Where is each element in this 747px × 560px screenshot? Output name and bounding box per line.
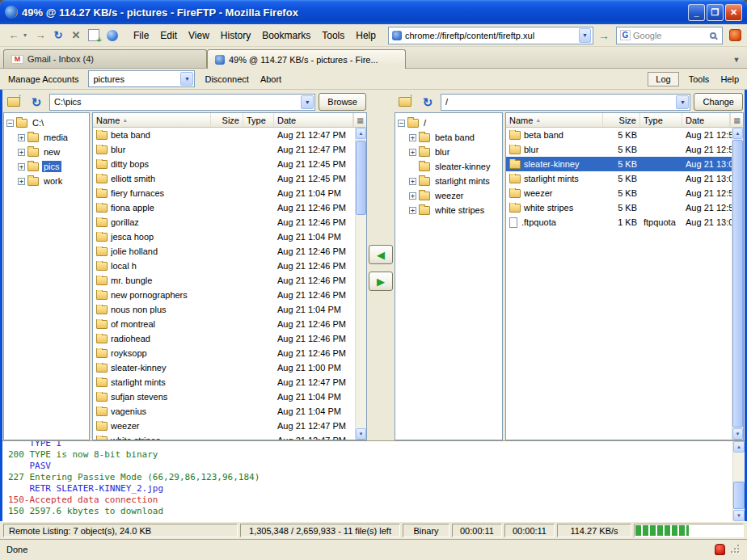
menu-bookmarks[interactable]: Bookmarks — [256, 27, 316, 44]
local-tree-item[interactable]: +work — [4, 174, 89, 188]
manage-accounts-button[interactable]: Manage Accounts — [6, 73, 80, 86]
local-refresh-button[interactable]: ↻ — [27, 93, 46, 111]
search-magnifier-icon[interactable] — [710, 32, 716, 39]
menu-tools[interactable]: Tools — [316, 27, 350, 44]
remote-file-row[interactable]: blur5 KBAug 21 12:51 — [506, 142, 732, 157]
change-button[interactable]: Change — [694, 93, 743, 111]
scroll-down-icon[interactable]: ▼ — [732, 428, 743, 440]
remote-file-row[interactable]: starlight mints5 KBAug 21 13:06 — [506, 171, 732, 186]
local-file-row[interactable]: elliott smithAug 21 12:45 PM — [93, 171, 355, 186]
remote-tree-item[interactable]: +weezer — [395, 188, 502, 203]
remote-file-row[interactable]: sleater-kinney5 KBAug 21 13:02 — [506, 157, 732, 171]
account-select[interactable]: pictures ▼ — [88, 70, 195, 87]
forward-icon[interactable]: → — [32, 27, 49, 44]
local-file-row[interactable]: blurAug 21 12:47 PM — [93, 142, 355, 157]
expand-icon[interactable]: + — [409, 192, 416, 200]
local-list-scrollbar[interactable]: ▲ ▼ — [355, 128, 366, 440]
search-input[interactable] — [633, 31, 707, 40]
tab-fireftp[interactable]: 49% @ 114.27 KB/s - pictures - Fire... — [207, 49, 406, 69]
upload-button[interactable]: ▶ — [369, 272, 393, 291]
remote-tree-item[interactable]: sleater-kinney — [395, 159, 502, 174]
local-file-row[interactable]: white stripesAug 21 12:47 PM — [93, 433, 355, 440]
menu-edit[interactable]: Edit — [154, 27, 183, 44]
remote-tree-item[interactable]: +blur — [395, 145, 502, 159]
local-file-row[interactable]: weezerAug 21 12:47 PM — [93, 419, 355, 433]
chevron-down-icon[interactable]: ▼ — [676, 95, 689, 109]
column-header-size[interactable]: Size — [211, 113, 243, 127]
log-scrollbar[interactable]: ▲ ▼ — [732, 441, 745, 521]
local-path-select[interactable]: C:\pics ▼ — [49, 94, 315, 111]
scrollbar-thumb[interactable] — [356, 141, 366, 215]
expand-icon[interactable]: + — [18, 149, 25, 156]
local-file-row[interactable]: starlight mintsAug 21 12:47 PM — [93, 375, 355, 389]
google-engine-icon[interactable]: G — [620, 30, 631, 40]
remote-file-row[interactable]: beta band5 KBAug 21 12:51 — [506, 128, 732, 142]
scrollbar-track[interactable] — [732, 139, 743, 428]
abort-button[interactable]: Abort — [259, 73, 283, 86]
local-file-row[interactable]: jolie hollandAug 21 12:46 PM — [93, 244, 355, 259]
maximize-button[interactable]: ❐ — [707, 4, 724, 21]
url-input[interactable] — [405, 31, 576, 40]
expand-icon[interactable]: + — [18, 178, 25, 185]
column-header-size[interactable]: Size — [603, 113, 640, 127]
menu-help[interactable]: Help — [350, 27, 382, 44]
local-tree-item[interactable]: +new — [4, 145, 89, 159]
local-file-row[interactable]: nous non plusAug 21 1:04 PM — [93, 302, 355, 317]
remote-tree-item[interactable]: +white stripes — [395, 203, 502, 217]
local-file-row[interactable]: radioheadAug 21 12:46 PM — [93, 331, 355, 346]
column-header-type[interactable]: Type — [243, 113, 274, 127]
menu-file[interactable]: File — [128, 27, 154, 44]
help-menu-button[interactable]: Help — [719, 73, 741, 86]
reload-icon[interactable]: ↻ — [50, 27, 66, 44]
statusbar-extension-icon[interactable] — [715, 544, 725, 555]
menu-view[interactable]: View — [183, 27, 215, 44]
scroll-up-icon[interactable]: ▲ — [733, 441, 745, 453]
scrollbar-track[interactable] — [356, 139, 366, 428]
browse-button[interactable]: Browse — [319, 93, 366, 111]
local-tree-item[interactable]: +pics — [4, 159, 89, 174]
remote-up-directory-button[interactable] — [395, 93, 415, 111]
local-file-row[interactable]: local hAug 21 12:46 PM — [93, 259, 355, 273]
expand-icon[interactable]: + — [18, 134, 25, 141]
back-history-dropdown-icon[interactable]: ▾ — [23, 32, 31, 39]
back-icon[interactable]: ← — [6, 27, 22, 44]
expand-icon[interactable]: + — [409, 207, 416, 214]
stop-icon[interactable]: ✕ — [68, 27, 84, 44]
remote-tree-item[interactable]: +beta band — [395, 130, 502, 145]
collapse-icon[interactable]: − — [398, 120, 405, 127]
scroll-down-icon[interactable]: ▼ — [733, 510, 745, 521]
scroll-down-icon[interactable]: ▼ — [356, 428, 366, 440]
menu-history[interactable]: History — [215, 27, 256, 44]
collapse-icon[interactable]: − — [6, 120, 14, 127]
remote-file-row[interactable]: .ftpquota1 KBftpquotaAug 21 13:06 — [506, 215, 732, 229]
local-file-row[interactable]: sleater-kinneyAug 21 1:00 PM — [93, 360, 355, 375]
column-header-type[interactable]: Type — [640, 113, 682, 127]
local-file-row[interactable]: jesca hoopAug 21 1:04 PM — [93, 229, 355, 244]
local-file-row[interactable]: royksoppAug 21 12:46 PM — [93, 346, 355, 360]
tab-list-dropdown-icon[interactable]: ▼ — [729, 52, 744, 68]
expand-icon[interactable]: + — [409, 178, 416, 185]
expand-icon[interactable]: + — [18, 163, 25, 171]
chevron-down-icon[interactable]: ▼ — [301, 95, 314, 109]
local-file-row[interactable]: fiery furnacesAug 21 1:04 PM — [93, 186, 355, 200]
remote-tree-item[interactable]: +starlight mints — [395, 174, 502, 188]
log-toggle-button[interactable]: Log — [648, 72, 678, 86]
remote-file-row[interactable]: weezer5 KBAug 21 12:54 — [506, 186, 732, 200]
expand-icon[interactable]: + — [409, 149, 416, 156]
local-tree-item[interactable]: −C:\ — [4, 116, 89, 130]
local-file-row[interactable]: fiona appleAug 21 12:46 PM — [93, 200, 355, 215]
column-header-name[interactable]: Name▲ — [506, 113, 603, 127]
extension-icon[interactable] — [729, 29, 741, 41]
remote-path-select[interactable]: / ▼ — [441, 94, 690, 111]
scrollbar-thumb[interactable] — [732, 140, 743, 427]
tab-gmail[interactable]: M Gmail - Inbox (4) — [3, 49, 207, 68]
column-header-date[interactable]: Date — [682, 113, 730, 127]
minimize-button[interactable]: _ — [688, 4, 705, 21]
local-up-directory-button[interactable] — [4, 93, 23, 111]
column-picker-button[interactable]: ▦ — [353, 113, 366, 127]
local-file-row[interactable]: beta bandAug 21 12:47 PM — [93, 128, 355, 142]
url-dropdown-icon[interactable]: ▼ — [579, 28, 591, 43]
column-header-name[interactable]: Name▲ — [93, 113, 211, 127]
local-file-row[interactable]: of montrealAug 21 12:46 PM — [93, 317, 355, 331]
resize-grip[interactable] — [730, 544, 741, 554]
